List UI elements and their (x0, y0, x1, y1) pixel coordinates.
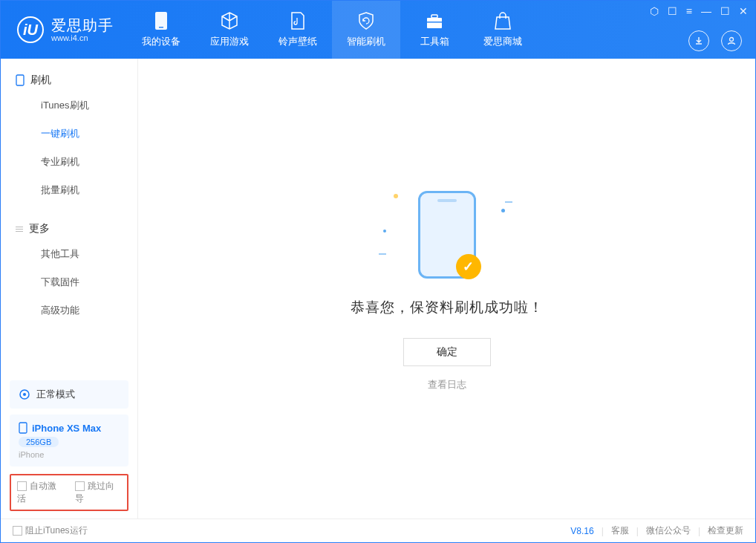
device-name: iPhone XS Max (19, 422, 120, 434)
svg-rect-9 (19, 423, 27, 433)
sparkle-icon (394, 194, 398, 198)
sidebar-item-batch-flash[interactable]: 批量刷机 (1, 176, 137, 204)
svg-rect-1 (159, 27, 163, 28)
device-phone-icon (19, 422, 27, 434)
svg-rect-2 (427, 18, 442, 28)
success-message: 恭喜您，保资料刷机成功啦！ (351, 298, 544, 317)
checkbox-auto-activate[interactable]: 自动激活 (17, 480, 63, 505)
separator: | (602, 526, 604, 536)
shirt-icon[interactable]: ⬡ (650, 5, 659, 17)
shopping-bag-icon (493, 11, 512, 30)
sparkle-icon (383, 230, 386, 233)
mode-icon (19, 388, 30, 400)
group-label: 更多 (29, 222, 50, 235)
user-button[interactable] (721, 30, 742, 51)
checkbox-icon (13, 526, 22, 536)
app-url: www.i4.cn (51, 33, 114, 42)
nav-label: 智能刷机 (347, 35, 385, 48)
footer-link-support[interactable]: 客服 (611, 524, 629, 537)
separator: | (698, 526, 700, 536)
music-file-icon (288, 11, 307, 30)
shield-refresh-icon (356, 11, 376, 30)
view-log-link[interactable]: 查看日志 (428, 378, 466, 391)
sidebar-item-oneclick-flash[interactable]: 一键刷机 (1, 120, 137, 148)
checkbox-icon (75, 481, 85, 491)
group-title-flash: 刷机 (1, 69, 137, 91)
mode-box[interactable]: 正常模式 (10, 380, 128, 409)
nav-toolbox[interactable]: 工具箱 (400, 1, 469, 59)
main-nav: 我的设备 应用游戏 铃声壁纸 智能刷机 工具箱 爱思商城 (127, 1, 537, 59)
nav-store[interactable]: 爱思商城 (469, 1, 537, 59)
header-right-buttons (688, 30, 742, 51)
device-type: iPhone (19, 450, 120, 459)
checkbox-skip-wizard[interactable]: 跳过向导 (75, 480, 121, 505)
checkbox-label: 阻止iTunes运行 (25, 525, 88, 536)
footer-link-wechat[interactable]: 微信公众号 (646, 524, 691, 537)
toolbox-icon (425, 11, 444, 30)
device-icon (151, 11, 171, 30)
app-body: 刷机 iTunes刷机 一键刷机 专业刷机 批量刷机 更多 其他工具 下载固件 … (1, 59, 755, 518)
nav-ringtone-wallpaper[interactable]: 铃声壁纸 (264, 1, 332, 59)
nav-my-device[interactable]: 我的设备 (127, 1, 195, 59)
sidebar-group-more: 更多 其他工具 下载固件 高级功能 (1, 207, 137, 328)
sidebar-item-itunes-flash[interactable]: iTunes刷机 (1, 91, 137, 120)
group-label: 刷机 (30, 74, 51, 87)
download-button[interactable] (688, 30, 709, 51)
checkbox-highlight-row: 自动激活 跳过向导 (10, 474, 128, 511)
footer-link-update[interactable]: 检查更新 (708, 524, 743, 537)
footer-right: V8.16 | 客服 | 微信公众号 | 检查更新 (570, 524, 743, 537)
mode-label: 正常模式 (36, 388, 75, 401)
minimize-button[interactable]: — (701, 5, 711, 17)
sidebar-group-flash: 刷机 iTunes刷机 一键刷机 专业刷机 批量刷机 (1, 59, 137, 207)
device-capacity: 256GB (19, 437, 59, 447)
nav-smart-flash[interactable]: 智能刷机 (332, 1, 400, 59)
sidebar-item-other-tools[interactable]: 其他工具 (1, 240, 137, 268)
phone-outline-icon: ✓ (418, 191, 476, 279)
check-badge-icon: ✓ (456, 254, 481, 279)
device-name-text: iPhone XS Max (32, 423, 101, 434)
status-bar: 阻止iTunes运行 V8.16 | 客服 | 微信公众号 | 检查更新 (1, 518, 755, 542)
nav-label: 应用游戏 (210, 35, 249, 48)
svg-rect-4 (427, 22, 442, 23)
main-content: ✓ 恭喜您，保资料刷机成功啦！ 确定 查看日志 (138, 59, 755, 518)
maximize-button[interactable]: ☐ (720, 5, 730, 17)
separator: | (636, 526, 639, 536)
list-icon (16, 227, 23, 232)
version-label: V8.16 (570, 526, 593, 536)
dash-icon (379, 253, 386, 255)
logo-area: iU 爱思助手 www.i4.cn (1, 1, 127, 59)
window-controls-top: ⬡ ☐ ≡ — ☐ ✕ (650, 5, 748, 17)
sidebar-item-pro-flash[interactable]: 专业刷机 (1, 148, 137, 176)
app-header: iU 爱思助手 www.i4.cn 我的设备 应用游戏 铃声壁纸 智能刷机 工具… (1, 1, 755, 59)
success-illustration: ✓ (388, 186, 506, 283)
logo-text: 爱思助手 www.i4.cn (51, 17, 114, 42)
checkbox-icon (17, 481, 27, 491)
feedback-icon[interactable]: ☐ (668, 5, 677, 17)
confirm-button[interactable]: 确定 (403, 338, 491, 366)
phone-notch-icon (437, 199, 457, 202)
svg-point-5 (730, 38, 734, 42)
svg-rect-3 (431, 15, 437, 18)
nav-label: 工具箱 (420, 35, 449, 48)
svg-point-8 (23, 393, 26, 396)
nav-label: 我的设备 (142, 35, 180, 48)
close-button[interactable]: ✕ (739, 5, 748, 17)
sidebar-item-download-firmware[interactable]: 下载固件 (1, 268, 137, 296)
device-box[interactable]: iPhone XS Max 256GB iPhone (10, 414, 128, 466)
phone-small-icon (16, 74, 25, 86)
sidebar: 刷机 iTunes刷机 一键刷机 专业刷机 批量刷机 更多 其他工具 下载固件 … (1, 59, 138, 518)
cube-icon (220, 11, 239, 30)
menu-icon[interactable]: ≡ (686, 5, 692, 17)
logo-icon: iU (17, 16, 44, 43)
sidebar-item-advanced[interactable]: 高级功能 (1, 296, 137, 325)
dash-icon (505, 201, 512, 203)
nav-apps-games[interactable]: 应用游戏 (195, 1, 264, 59)
checkbox-block-itunes[interactable]: 阻止iTunes运行 (13, 524, 88, 537)
sidebar-bottom: 正常模式 iPhone XS Max 256GB iPhone 自动激活 跳过向… (1, 374, 137, 518)
nav-label: 爱思商城 (483, 35, 522, 48)
group-title-more: 更多 (1, 218, 137, 240)
nav-label: 铃声壁纸 (278, 35, 317, 48)
svg-rect-6 (16, 75, 24, 85)
footer-left: 阻止iTunes运行 (13, 524, 88, 537)
app-name: 爱思助手 (51, 17, 114, 33)
